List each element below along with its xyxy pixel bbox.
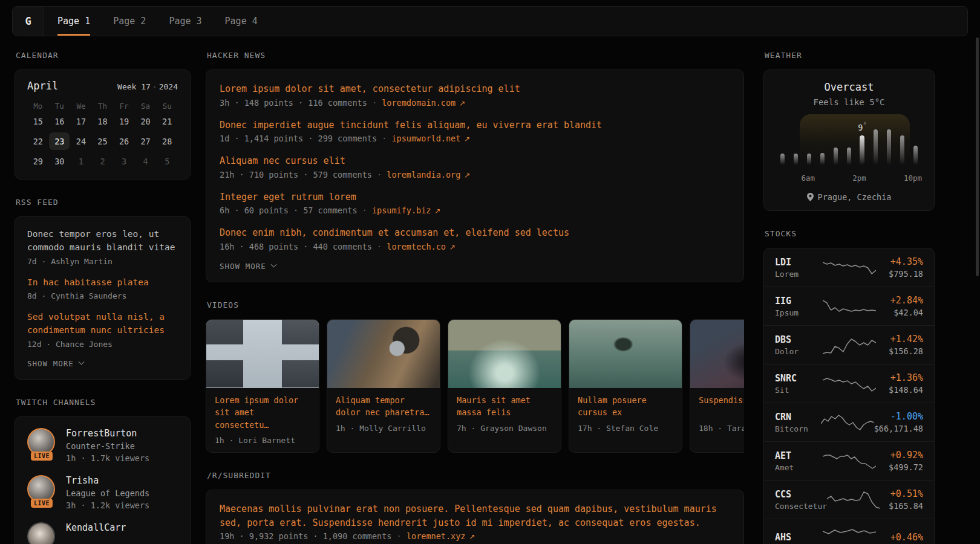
hackernews-item-domain-link[interactable]: loremtech.co xyxy=(387,242,446,251)
stocks-widget: STOCKS LDILorem+4.35%$795.18IIGIpsum+2.8… xyxy=(763,229,935,544)
app-logo[interactable]: G xyxy=(13,7,44,36)
tab-page-3[interactable]: Page 3 xyxy=(169,7,201,36)
stock-row[interactable]: AHS+0.46% xyxy=(764,519,934,544)
weather-hour-label: 10pm xyxy=(904,173,922,183)
calendar-weekday: Fr xyxy=(113,102,135,111)
calendar-day: 2 xyxy=(92,152,114,170)
page-scrollbar-thumb[interactable] xyxy=(976,37,979,276)
tab-page-4[interactable]: Page 4 xyxy=(225,7,258,36)
hackernews-item-title[interactable]: Integer eget rutrum lorem xyxy=(220,190,730,204)
tab-page-2[interactable]: Page 2 xyxy=(113,7,146,36)
calendar-weekday: We xyxy=(70,102,92,111)
video-card-body: Suspendisse diam18h · Tara xyxy=(690,388,744,440)
stock-name: Lorem xyxy=(775,270,823,279)
calendar-weekday: Tu xyxy=(49,102,71,111)
stock-row[interactable]: LDILorem+4.35%$795.18 xyxy=(764,248,934,287)
video-thumbnail[interactable] xyxy=(690,320,744,388)
video-thumbnail[interactable] xyxy=(327,320,440,388)
rss-item-title[interactable]: Sed volutpat nulla nisl, a condimentum n… xyxy=(27,311,178,337)
video-thumbnail[interactable] xyxy=(569,320,682,388)
video-card[interactable]: Suspendisse diam18h · Tara xyxy=(690,319,744,453)
stock-row[interactable]: CRNBitcorn-1.00%$66,171.48 xyxy=(764,403,934,441)
video-card[interactable]: Mauris sit amet massa felis7h · Grayson … xyxy=(448,319,561,453)
twitch-channel-item[interactable]: LIVETrishaLeague of Legends3h · 1.2k vie… xyxy=(27,475,178,510)
stock-row[interactable]: AETAmet+0.92%$499.72 xyxy=(764,441,934,480)
video-card[interactable]: Aliquam tempor dolor nec pharetra…1h · M… xyxy=(327,319,440,453)
twitch-channel-name[interactable]: KendallCarr xyxy=(66,522,126,533)
hackernews-item-domain-link[interactable]: ipsumify.biz xyxy=(372,206,431,215)
rss-card: Donec tempor eros leo, ut commodo mauris… xyxy=(15,216,191,380)
video-title[interactable]: Nullam posuere cursus ex xyxy=(578,394,673,419)
hackernews-item-title[interactable]: Donec enim nibh, condimentum et accumsan… xyxy=(220,226,730,240)
calendar-day: 20 xyxy=(135,112,157,131)
weather-hour-label xyxy=(828,173,840,183)
stock-sparkline xyxy=(823,335,876,355)
twitch-channel-name[interactable]: Trisha xyxy=(66,475,149,486)
hackernews-item-domain-link[interactable]: loremdomain.com xyxy=(382,98,456,108)
stock-name: Ipsum xyxy=(775,308,823,317)
stock-name: Consectetur xyxy=(775,502,827,511)
hackernews-item: Donec enim nibh, condimentum et accumsan… xyxy=(220,226,730,251)
video-meta: 17h · Stefan Cole xyxy=(578,424,673,433)
hackernews-item: Aliquam nec cursus elit21h · 710 points … xyxy=(220,154,730,180)
twitch-channel-item[interactable]: LIVEForrestBurtonCounter-Strike1h · 1.7k… xyxy=(27,428,178,463)
weather-bar-slot xyxy=(895,135,909,165)
video-title[interactable]: Lorem ipsum dolor sit amet consectetu… xyxy=(215,394,310,432)
stock-name: Amet xyxy=(775,463,823,472)
hackernews-item-domain-link[interactable]: loremlandia.org xyxy=(387,170,460,180)
tab-page-1[interactable]: Page 1 xyxy=(57,7,90,36)
subreddit-item-title[interactable]: Maecenas mollis pulvinar erat non posuer… xyxy=(220,502,730,529)
stock-price: $795.18 xyxy=(876,269,924,279)
calendar-week-year: Week 17·2024 xyxy=(117,82,178,91)
hackernews-item-title[interactable]: Aliquam nec cursus elit xyxy=(220,154,730,168)
hackernews-item-stats: 6h · 60 points · 57 comments xyxy=(220,206,358,215)
twitch-channel-category: Counter-Strike xyxy=(66,441,149,451)
subreddit-item-domain-link[interactable]: loremnet.xyz xyxy=(407,531,466,541)
hackernews-item-title[interactable]: Lorem ipsum dolor sit amet, consectetur … xyxy=(220,82,730,96)
hackernews-item-domain-link[interactable]: ipsumworld.net xyxy=(391,134,460,143)
stock-price: $156.28 xyxy=(876,346,924,356)
weather-bar-slot xyxy=(855,135,869,165)
twitch-widget-title: TWITCH CHANNELS xyxy=(16,398,191,407)
hackernews-item-meta: 6h · 60 points · 57 comments · ipsumify.… xyxy=(220,206,730,215)
rss-item-title[interactable]: In hac habitasse platea xyxy=(27,276,178,290)
calendar-weekday: Su xyxy=(156,102,178,111)
calendar-day: 16 xyxy=(49,112,71,131)
calendar-month: April xyxy=(27,80,58,92)
hackernews-item: Lorem ipsum dolor sit amet, consectetur … xyxy=(220,82,730,108)
hackernews-show-more-button[interactable]: SHOW MORE xyxy=(220,262,730,271)
video-thumbnail[interactable] xyxy=(448,320,561,388)
calendar-day: 5 xyxy=(156,152,178,170)
video-title[interactable]: Mauris sit amet massa felis xyxy=(457,394,552,419)
stock-symbol: DBS xyxy=(775,334,823,345)
calendar-day: 28 xyxy=(156,132,178,151)
hackernews-item-title[interactable]: Donec imperdiet augue tincidunt felis al… xyxy=(220,118,730,132)
weather-temp-bar xyxy=(874,129,878,165)
stock-row[interactable]: CCSConsectetur+0.51%$165.84 xyxy=(764,480,934,519)
video-title[interactable]: Aliquam tempor dolor nec pharetra… xyxy=(336,394,431,419)
weather-condition: Overcast xyxy=(774,81,924,93)
stocks-widget-title: STOCKS xyxy=(765,229,935,238)
subreddit-widget: /R/SUBREDDIT Maecenas mollis pulvinar er… xyxy=(206,471,744,544)
calendar-day: 26 xyxy=(113,132,135,151)
rss-item-title[interactable]: Donec tempor eros leo, ut commodo mauris… xyxy=(27,228,178,254)
twitch-channel-meta: 1h · 1.7k viewers xyxy=(66,453,149,463)
twitch-channel-item[interactable]: KendallCarr xyxy=(27,522,178,544)
calendar-weekday: Sa xyxy=(135,102,157,111)
external-link-icon: ↗ xyxy=(449,243,456,251)
subreddit-item-meta: 19h · 9,932 points · 1,090 comments · lo… xyxy=(220,531,730,541)
stock-row[interactable]: IIGIpsum+2.84%$42.04 xyxy=(764,287,934,325)
weather-temp-bar xyxy=(887,129,891,165)
stock-row[interactable]: SNRCSit+1.36%$148.64 xyxy=(764,364,934,403)
stock-row[interactable]: DBSDolor+1.42%$156.28 xyxy=(764,325,934,364)
video-title[interactable]: Suspendisse diam xyxy=(699,394,744,419)
stock-symbol: CRN xyxy=(775,412,821,423)
video-card[interactable]: Lorem ipsum dolor sit amet consectetu…1h… xyxy=(206,319,319,453)
twitch-channel-name[interactable]: ForrestBurton xyxy=(66,428,149,439)
video-card-body: Lorem ipsum dolor sit amet consectetu…1h… xyxy=(206,388,319,453)
video-card[interactable]: Nullam posuere cursus ex17h · Stefan Col… xyxy=(569,319,682,453)
rss-show-more-button[interactable]: SHOW MORE xyxy=(27,359,178,368)
stocks-card: LDILorem+4.35%$795.18IIGIpsum+2.84%$42.0… xyxy=(763,248,935,544)
video-thumbnail[interactable] xyxy=(206,320,319,388)
stock-name: Sit xyxy=(775,386,823,395)
